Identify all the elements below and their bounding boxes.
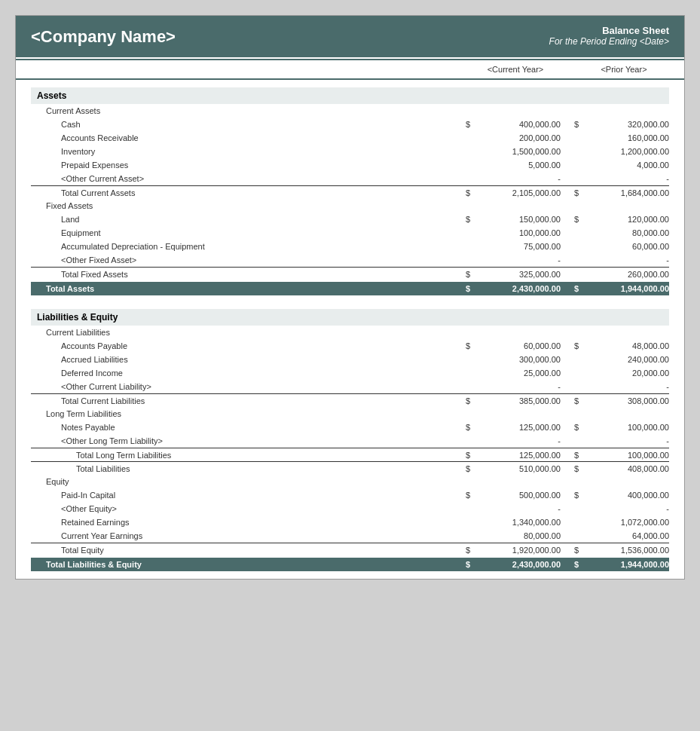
total-fa-label: Total Fixed Assets [31,270,460,279]
fixed-assets-header-row: Fixed Assets [31,199,669,213]
paid-in-capital-label: Paid-In Capital [31,491,460,500]
ap-label: Accounts Payable [31,341,460,350]
header-right: Balance Sheet For the Period Ending <Dat… [549,25,669,47]
total-equity-cy: 1,920,000.00 [470,546,568,555]
total-assets-row: Total Assets $ 2,430,000.00 $ 1,944,000.… [31,282,669,295]
deferred-income-label: Deferred Income [31,369,460,378]
equity-label: Equity [31,477,460,486]
content-area: Assets Current Assets Cash $ 400,000.00 … [16,87,684,571]
land-row: Land $ 150,000.00 $ 120,000.00 [31,213,669,226]
total-ca-label: Total Current Assets [31,188,460,197]
ap-row: Accounts Payable $ 60,000.00 $ 48,000.00 [31,339,669,353]
total-ltl-py: 100,000.00 [579,451,669,460]
cash-ds1: $ [460,120,470,129]
total-liab-equity-py: 1,944,000.00 [579,560,669,569]
other-cl-label: <Other Current Liability> [31,382,460,391]
total-liab-cy: 510,000.00 [470,464,568,473]
total-cl-row: Total Current Liabilities $ 385,000.00 $… [31,393,669,407]
retained-earnings-row: Retained Earnings 1,340,000.00 1,072,000… [31,515,669,529]
total-ltl-cy: 125,000.00 [470,451,568,460]
current-year-header: <Current Year> [470,65,568,74]
total-fa-row: Total Fixed Assets $ 325,000.00 260,000.… [31,267,669,280]
current-year-earnings-py: 64,000.00 [579,531,669,540]
total-assets-py: 1,944,000.00 [579,284,669,293]
total-equity-py: 1,536,000.00 [579,546,669,555]
prepaid-py: 4,000.00 [579,161,669,170]
accum-dep-label: Accumulated Depreciation - Equipment [31,242,460,251]
other-ca-cy: - [470,174,568,183]
column-headers: <Current Year> <Prior Year> [16,59,684,80]
ar-cy: 200,000.00 [470,133,568,142]
accrued-liab-py: 240,000.00 [579,355,669,364]
total-liab-equity-label: Total Liabilities & Equity [31,560,460,569]
accum-dep-row: Accumulated Depreciation - Equipment 75,… [31,240,669,253]
other-ltl-py: - [579,436,669,445]
other-fa-cy: - [470,255,568,265]
current-year-earnings-label: Current Year Earnings [31,531,460,540]
equipment-label: Equipment [31,228,460,237]
inventory-cy: 1,500,000.00 [470,147,568,156]
ap-cy: 60,000.00 [470,341,568,350]
other-ltl-row: <Other Long Term Liability> - - [31,434,669,448]
total-liab-row: Total Liabilities $ 510,000.00 $ 408,000… [31,461,669,475]
assets-section-header: Assets [31,87,669,104]
ltl-header-row: Long Term Liabilities [31,407,669,421]
land-py: 120,000.00 [579,215,669,224]
total-ca-row: Total Current Assets $ 2,105,000.00 $ 1,… [31,185,669,199]
notes-payable-label: Notes Payable [31,423,460,432]
total-ca-cy: 2,105,000.00 [470,188,568,197]
retained-earnings-py: 1,072,000.00 [579,518,669,527]
other-equity-py: - [579,504,669,513]
paid-in-capital-row: Paid-In Capital $ 500,000.00 $ 400,000.0… [31,488,669,502]
current-liab-header-row: Current Liabilities [31,326,669,339]
ar-label: Accounts Receivable [31,133,460,142]
other-ca-label: <Other Current Asset> [31,174,460,183]
ap-py: 48,000.00 [579,341,669,350]
prior-year-header: <Prior Year> [579,65,669,74]
company-name: <Company Name> [31,27,176,47]
total-assets-cy: 2,430,000.00 [470,284,568,293]
retained-earnings-label: Retained Earnings [31,518,460,527]
total-liab-label: Total Liabilities [31,464,460,473]
total-liab-equity-cy: 2,430,000.00 [470,560,568,569]
page-header: <Company Name> Balance Sheet For the Per… [16,16,684,57]
current-assets-label: Current Assets [31,106,460,115]
paid-in-capital-py: 400,000.00 [579,491,669,500]
other-ltl-cy: - [470,436,568,445]
notes-payable-row: Notes Payable $ 125,000.00 $ 100,000.00 [31,421,669,434]
deferred-income-row: Deferred Income 25,000.00 20,000.00 [31,366,669,380]
total-equity-label: Total Equity [31,546,460,555]
accum-dep-cy: 75,000.00 [470,242,568,251]
current-year-earnings-row: Current Year Earnings 80,000.00 64,000.0… [31,529,669,543]
inventory-py: 1,200,000.00 [579,147,669,156]
other-cl-cy: - [470,382,568,391]
total-ca-py: 1,684,000.00 [579,188,669,197]
total-fa-py: 260,000.00 [579,270,669,279]
equipment-row: Equipment 100,000.00 80,000.00 [31,226,669,240]
cash-cy: 400,000.00 [470,120,568,129]
cash-py: 320,000.00 [579,120,669,129]
ar-row: Accounts Receivable 200,000.00 160,000.0… [31,131,669,145]
liab-equity-section-header: Liabilities & Equity [31,309,669,326]
other-cl-row: <Other Current Liability> - - [31,380,669,393]
other-fa-row: <Other Fixed Asset> - - [31,253,669,267]
other-equity-label: <Other Equity> [31,504,460,513]
retained-earnings-cy: 1,340,000.00 [470,518,568,527]
land-cy: 150,000.00 [470,215,568,224]
cash-ds2: $ [568,120,579,129]
cash-row: Cash $ 400,000.00 $ 320,000.00 [31,118,669,131]
accrued-liab-label: Accrued Liabilities [31,355,460,364]
accrued-liab-row: Accrued Liabilities 300,000.00 240,000.0… [31,353,669,366]
total-liab-equity-row: Total Liabilities & Equity $ 2,430,000.0… [31,558,669,571]
ltl-label: Long Term Liabilities [31,409,460,418]
prepaid-label: Prepaid Expenses [31,161,460,170]
equipment-py: 80,000.00 [579,228,669,237]
deferred-income-cy: 25,000.00 [470,369,568,378]
other-fa-label: <Other Fixed Asset> [31,255,460,265]
total-cl-py: 308,000.00 [579,396,669,405]
other-equity-cy: - [470,504,568,513]
report-subtitle: For the Period Ending <Date> [549,36,669,47]
total-assets-label: Total Assets [31,284,460,293]
total-ca-ds2: $ [568,188,579,197]
land-label: Land [31,215,460,224]
